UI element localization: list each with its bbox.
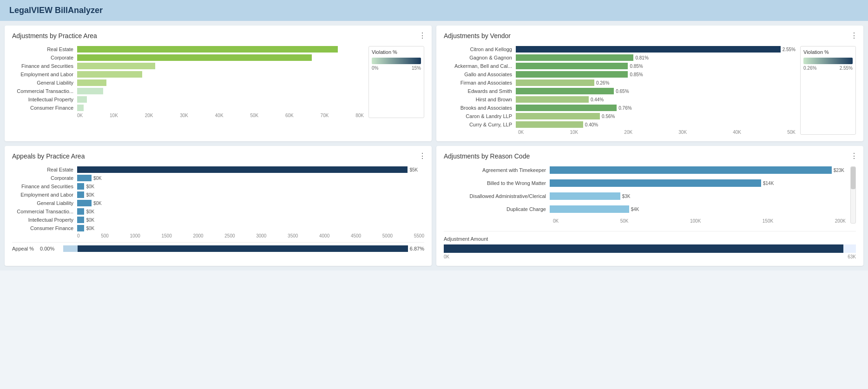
appeals-bar-fill	[77, 183, 84, 190]
appeals-bar-label: Intellectual Property	[12, 217, 77, 223]
reason-bar-value: $23K	[834, 168, 844, 173]
practice-bar-container	[77, 96, 364, 103]
vendor-bar-row: Firman and Associates 0.26%	[444, 79, 796, 86]
panel-reason-code-title: Adjustments by Reason Code	[444, 152, 856, 160]
vendor-bar-row: Edwards and Smith 0.65%	[444, 88, 796, 94]
appeals-bar-container: $0K	[77, 183, 424, 190]
vendor-bar-value: 0.81%	[635, 55, 648, 60]
appeals-bar-label: Corporate	[12, 175, 77, 181]
vendor-chart: Citron and Kellogg 2.55% Gagnon & Gagnon…	[444, 46, 856, 135]
vendor-bar-row: Caron & Landry LLP 0.56%	[444, 113, 796, 119]
practice-bar-row: General Liability	[12, 79, 364, 86]
appeals-bar-container: $0K	[77, 175, 424, 181]
vendor-bar-container: 0.26%	[516, 79, 796, 86]
appeals-bar-label: General Liability	[12, 200, 77, 206]
reason-bottom: Adjustment Amount 0K 63K	[444, 231, 856, 259]
appeals-bar-value: $0K	[86, 192, 94, 198]
vendor-bar-label: Gagnon & Gagnon	[444, 55, 516, 60]
vendor-bar-fill	[516, 105, 617, 111]
practice-area-chart: Real Estate Corporate Finance and Securi…	[12, 46, 424, 118]
appeals-x-axis-label: 1500	[161, 233, 171, 238]
practice-bar-row: Finance and Securities	[12, 63, 364, 69]
reason-bar-fill	[550, 166, 832, 174]
appeal-pct-right-label: 6.87%	[410, 246, 424, 251]
vendor-bar-value: 2.55%	[783, 47, 796, 52]
appeals-x-axis-label: 2000	[193, 233, 203, 238]
reason-code-scrollbar[interactable]	[850, 166, 856, 224]
appeals-bar-value: $0K	[86, 226, 94, 231]
vendor-bar-label: Firman and Associates	[444, 80, 516, 86]
panel-vendor-title: Adjustments by Vendor	[444, 32, 856, 40]
vendor-bar-value: 0.85%	[630, 72, 643, 77]
appeals-x-axis-label: 0	[77, 233, 80, 238]
appeals-bar-label: Employment and Labor	[12, 192, 77, 198]
panel-reason-code-menu[interactable]: ⋮	[850, 152, 858, 160]
vendor-bar-container: 0.44%	[516, 96, 796, 103]
practice-bar-row: Employment and Labor	[12, 71, 364, 78]
vendor-bar-value: 0.44%	[591, 97, 604, 102]
vendor-bar-container: 0.65%	[516, 88, 796, 94]
panel-practice-area-menu[interactable]: ⋮	[419, 31, 426, 40]
practice-bar-fill	[77, 71, 142, 78]
reason-bar-label: Billed to the Wrong Matter	[444, 180, 546, 186]
practice-area-legend-labels: 0% 15%	[372, 66, 421, 71]
reason-x-axis-label: 50K	[620, 218, 629, 224]
appeals-bar-value: $0K	[86, 184, 94, 189]
reason-bar-value: $14K	[763, 181, 774, 186]
reason-bar-row: Billed to the Wrong Matter $14K	[444, 179, 846, 187]
panel-appeals-menu[interactable]: ⋮	[419, 152, 426, 160]
vendor-bars: Citron and Kellogg 2.55% Gagnon & Gagnon…	[444, 46, 796, 135]
vendor-bar-fill	[516, 46, 781, 53]
practice-area-legend-gradient	[372, 58, 421, 64]
panel-vendor-menu[interactable]: ⋮	[850, 31, 858, 40]
practice-bar-label: Corporate	[12, 55, 77, 60]
vendor-bar-label: Edwards and Smith	[444, 88, 516, 94]
reason-bar-label: Disallowed Administrative/Clerical	[444, 193, 546, 199]
vendor-bar-fill	[516, 113, 600, 119]
adj-amount-bar-dark	[444, 244, 843, 253]
appeals-bar-row: Employment and Labor $0K	[12, 191, 424, 198]
vendor-bar-fill	[516, 96, 589, 103]
appeals-bar-label: Finance and Securities	[12, 184, 77, 189]
appeals-bar-label: Commercial Transactio...	[12, 209, 77, 214]
practice-bar-row: Commercial Transactio...	[12, 88, 364, 94]
panel-vendor: Adjustments by Vendor ⋮ Citron and Kello…	[436, 26, 863, 141]
reason-bar-row: Disallowed Administrative/Clerical $3K	[444, 192, 846, 200]
reason-bar-container: $4K	[550, 205, 846, 213]
appeals-x-axis-label: 4000	[319, 233, 329, 238]
vendor-bar-label: Ackerman, Bell and Cal...	[444, 63, 516, 69]
reason-bar-label: Duplicate Charge	[444, 206, 546, 212]
reason-bar-label: Agreement with Timekeeper	[444, 167, 546, 173]
reason-x-axis-label: 100K	[690, 218, 701, 224]
practice-bar-container	[77, 54, 364, 61]
appeals-bar-value: $5K	[409, 167, 418, 172]
vendor-bar-container: 0.81%	[516, 54, 796, 61]
reason-bar-fill	[550, 179, 761, 187]
adj-axis-right: 63K	[848, 254, 856, 259]
appeals-bar-fill	[77, 225, 84, 231]
appeals-bar-fill	[77, 175, 92, 181]
practice-area-legend-title: Violation %	[372, 49, 421, 55]
reason-bar-fill	[550, 192, 620, 200]
panel-practice-area-title: Adjustments by Practice Area	[12, 32, 424, 40]
appeals-bar-row: Consumer Finance $0K	[12, 225, 424, 231]
vendor-bar-fill	[516, 121, 583, 128]
practice-bar-container	[77, 46, 364, 53]
vendor-bar-fill	[516, 71, 628, 78]
vendor-bar-label: Citron and Kellogg	[444, 46, 516, 52]
reason-x-axis-label: 200K	[835, 218, 846, 224]
practice-bar-label: General Liability	[12, 80, 77, 86]
vendor-bar-container: 0.40%	[516, 121, 796, 128]
reason-bar-value: $3K	[622, 194, 631, 199]
appeals-bar-fill	[77, 217, 84, 223]
panel-practice-area: Adjustments by Practice Area ⋮ Real Esta…	[5, 26, 432, 141]
vendor-bar-container: 0.85%	[516, 63, 796, 69]
reason-x-axis-label: 0K	[553, 218, 559, 224]
appeal-pct-bar-light	[63, 245, 78, 252]
appeals-bar-row: Finance and Securities $0K	[12, 183, 424, 190]
appeals-x-axis-label: 2500	[224, 233, 235, 238]
vendor-x-axis-label: 20K	[624, 130, 632, 135]
dashboard: Adjustments by Practice Area ⋮ Real Esta…	[0, 21, 868, 270]
vendor-bar-label: Caron & Landry LLP	[444, 113, 516, 119]
appeals-bar-row: Intellectual Property $0K	[12, 217, 424, 223]
